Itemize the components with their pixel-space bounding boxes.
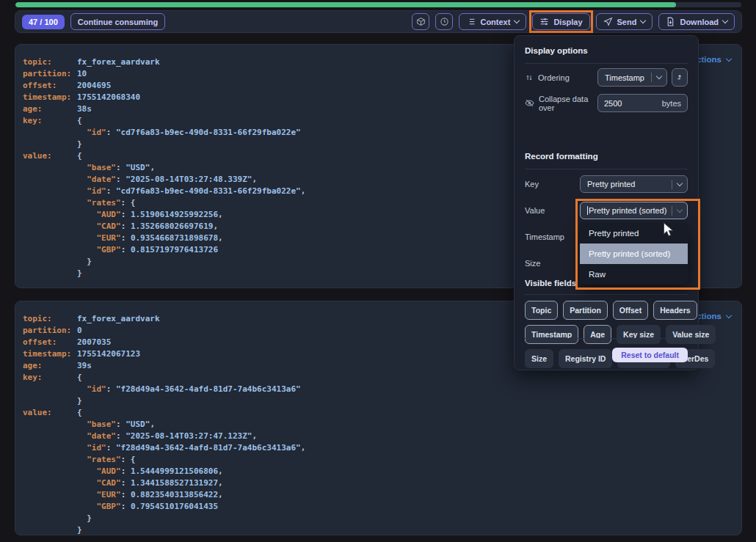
ordering-select[interactable]: Timestamp bbox=[597, 68, 667, 87]
chevron-down-icon bbox=[656, 73, 662, 79]
send-icon bbox=[603, 17, 613, 26]
file-download-icon bbox=[666, 17, 675, 26]
key-format-select[interactable]: Pretty printed bbox=[580, 175, 688, 193]
value-format-select[interactable]: Pretty printed (sorted) bbox=[580, 202, 688, 219]
timestamp-format-label: Timestamp bbox=[525, 232, 564, 241]
reset-to-default-button[interactable]: Reset to default bbox=[612, 348, 688, 362]
value-format-menu: Pretty printedPretty printed (sorted)Raw bbox=[580, 223, 688, 285]
history-icon bbox=[440, 17, 449, 26]
chevron-down-icon bbox=[514, 18, 520, 23]
field-chip[interactable]: Timestamp bbox=[525, 325, 578, 344]
divider bbox=[525, 169, 688, 169]
field-chip[interactable]: Key size bbox=[617, 325, 661, 344]
toolbar: 47 / 100 Continue consuming Context bbox=[15, 10, 742, 33]
chevron-down-icon bbox=[726, 55, 732, 61]
context-button[interactable]: Context bbox=[459, 13, 526, 30]
chevron-down-icon bbox=[726, 312, 732, 318]
send-button[interactable]: Send bbox=[596, 13, 653, 30]
key-format-label: Key bbox=[525, 180, 539, 188]
list-icon bbox=[466, 17, 476, 26]
field-chip[interactable]: Age bbox=[584, 325, 611, 344]
panel-title: Display options bbox=[525, 46, 688, 55]
divider bbox=[525, 294, 688, 295]
record-formatting-title: Record formatting bbox=[525, 152, 688, 161]
arrow-up-corner-icon bbox=[676, 73, 684, 81]
page: 47 / 100 Continue consuming Context bbox=[0, 0, 756, 542]
display-options-panel: Display options Ordering Timestamp bbox=[514, 35, 699, 370]
size-format-label: Size bbox=[525, 259, 540, 268]
field-chip[interactable]: Value size bbox=[666, 325, 716, 344]
field-chip[interactable]: Headers bbox=[653, 301, 697, 320]
value-format-label: Value bbox=[525, 206, 545, 215]
chevron-down-icon bbox=[640, 18, 646, 23]
package-icon bbox=[416, 17, 426, 26]
collapse-label: Collapse data over bbox=[539, 95, 597, 112]
continue-consuming-button[interactable]: Continue consuming bbox=[70, 13, 165, 30]
package-button[interactable] bbox=[412, 13, 429, 30]
bytes-suffix: bytes bbox=[662, 99, 681, 108]
display-button[interactable]: Display bbox=[532, 13, 589, 30]
key-format-row: Key Pretty printed bbox=[525, 175, 688, 193]
collapse-row: Collapse data over bytes bbox=[525, 94, 688, 112]
progress-fill bbox=[15, 2, 676, 7]
download-button[interactable]: Download bbox=[658, 13, 735, 30]
field-chip[interactable]: Offset bbox=[613, 301, 648, 320]
ordering-row: Ordering Timestamp bbox=[525, 68, 688, 87]
message-count-badge: 47 / 100 bbox=[22, 15, 65, 29]
collapse-bytes-field[interactable]: bytes bbox=[597, 94, 688, 112]
consume-progress-bar bbox=[15, 2, 741, 7]
history-button[interactable] bbox=[435, 13, 453, 30]
value-format-row: Value Pretty printed (sorted) Pretty pri… bbox=[525, 202, 688, 219]
chevron-down-icon bbox=[677, 206, 683, 212]
eye-off-icon bbox=[525, 98, 534, 108]
field-chip[interactable]: Partition bbox=[563, 301, 608, 320]
sliders-icon bbox=[539, 17, 549, 26]
menu-item[interactable]: Raw bbox=[580, 264, 688, 285]
ordering-label: Ordering bbox=[538, 73, 570, 82]
collapse-bytes-input[interactable] bbox=[604, 99, 659, 108]
field-chip[interactable]: Topic bbox=[525, 301, 558, 320]
text-caret bbox=[587, 206, 588, 215]
menu-item[interactable]: Pretty printed (sorted) bbox=[580, 243, 688, 264]
menu-item[interactable]: Pretty printed bbox=[580, 223, 688, 243]
divider bbox=[525, 63, 688, 64]
chevron-down-icon bbox=[722, 18, 728, 23]
divider bbox=[525, 338, 688, 339]
sort-direction-button[interactable] bbox=[672, 68, 688, 87]
sort-arrows-icon bbox=[525, 73, 534, 82]
chevron-down-icon bbox=[677, 180, 683, 186]
